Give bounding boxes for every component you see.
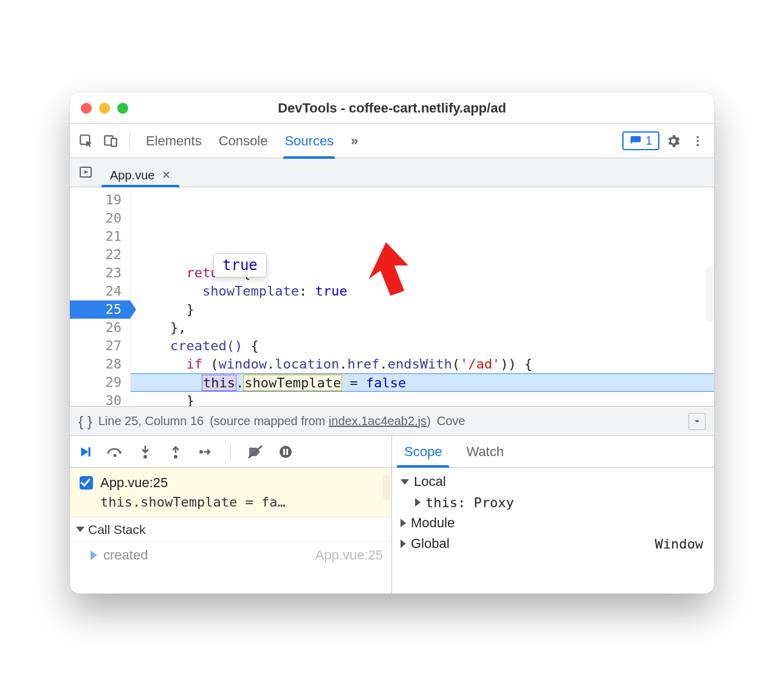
call-stack-title: Call Stack [88,522,146,537]
svg-point-4 [696,140,699,142]
step-over-icon[interactable] [106,443,123,460]
svg-point-13 [199,450,203,454]
stack-frame-name: created [91,547,148,563]
pretty-print-icon[interactable]: { } [78,413,92,430]
tab-elements[interactable]: Elements [146,124,202,158]
step-out-icon[interactable] [167,443,184,460]
coverage-toggle-icon[interactable] [689,413,706,430]
svg-rect-17 [286,449,288,455]
svg-rect-2 [111,138,117,146]
cursor-position: Line 25, Column 16 [98,414,204,428]
close-window-button[interactable] [81,103,92,114]
toolbar-right: 1 [622,131,708,151]
zoom-window-button[interactable] [117,103,128,114]
scope-tab-list: Scope Watch [392,436,714,468]
status-trailing: Cove [437,414,466,428]
minimize-window-button[interactable] [99,103,110,114]
svg-point-15 [280,446,292,458]
disclosure-triangle-icon [401,519,406,527]
editor-scrollbar[interactable] [706,266,713,321]
paused-code-snippet: this.showTemplate = fa… [100,494,382,510]
disclosure-triangle-icon [415,498,421,507]
issues-count: 1 [645,134,652,148]
settings-gear-icon[interactable] [663,131,684,151]
editor-status-bar: { } Line 25, Column 16 (source mapped fr… [70,406,714,435]
pause-on-exceptions-icon[interactable] [277,443,294,460]
disclosure-triangle-icon [76,527,84,532]
svg-point-5 [696,144,699,146]
navigator-toggle-icon[interactable] [75,161,97,183]
svg-point-12 [174,455,177,459]
scope-global[interactable]: Global Window [392,533,714,554]
code-editor[interactable]: 192021222324252627282930 true return { s… [70,187,714,406]
svg-marker-7 [84,170,88,174]
kebab-menu-icon[interactable] [687,131,708,151]
tab-sources[interactable]: Sources [284,124,334,158]
devtools-window: DevTools - coffee-cart.netlify.app/ad El… [70,92,714,594]
file-tab[interactable]: App.vue ✕ [101,163,179,187]
disclosure-triangle-icon [401,479,409,485]
svg-point-10 [114,454,117,457]
svg-point-11 [143,455,147,459]
main-toolbar: Elements Console Sources » 1 [70,124,714,158]
issues-badge[interactable]: 1 [622,131,659,150]
inspect-element-icon[interactable] [76,131,97,151]
file-tab-bar: App.vue ✕ [70,158,714,187]
tab-watch[interactable]: Watch [454,436,516,467]
titlebar: DevTools - coffee-cart.netlify.app/ad [70,92,714,124]
device-toggle-icon[interactable] [100,131,121,151]
paused-location: App.vue:25 this.showTemplate = fa… [70,468,391,518]
source-map-link[interactable]: index.1ac4eab2.js [329,414,427,428]
svg-rect-16 [283,449,285,455]
window-controls [81,103,128,114]
window-title: DevTools - coffee-cart.netlify.app/ad [70,100,714,116]
toolbar-separator [129,133,130,150]
step-icon[interactable] [198,443,215,460]
line-number-gutter[interactable]: 192021222324252627282930 [70,187,131,406]
breakpoint-checkbox[interactable] [80,476,93,490]
svg-rect-9 [89,447,91,456]
stack-frame-location: App.vue:25 [315,547,383,563]
file-tab-name: App.vue [110,168,154,182]
paused-file[interactable]: App.vue:25 [100,475,168,491]
tab-console[interactable]: Console [219,124,268,158]
annotation-arrow-icon [278,212,418,325]
debugger-right: Scope Watch Local this: Proxy Module [392,436,714,594]
file-tab-close-icon[interactable]: ✕ [162,168,171,182]
stack-frame[interactable]: created App.vue:25 [70,542,391,569]
tab-overflow-button[interactable]: » [351,124,358,158]
call-stack-header[interactable]: Call Stack [70,518,391,542]
panel-tab-list: Elements Console Sources » [146,124,358,158]
scope-local[interactable]: Local [392,471,714,492]
code-area[interactable]: true return { showTemplate: true } }, cr… [131,187,714,406]
toolbar-separator [230,444,231,460]
scope-tree[interactable]: Local this: Proxy Module Global Window [392,468,714,594]
tab-scope[interactable]: Scope [392,436,454,467]
left-scrollbar[interactable] [383,475,390,501]
deactivate-breakpoints-icon[interactable] [247,443,264,460]
scope-module[interactable]: Module [392,513,714,533]
step-into-icon[interactable] [137,443,154,460]
hover-value-tooltip: true [213,253,267,277]
debugger-toolbar [70,436,391,468]
svg-point-3 [696,136,699,138]
svg-marker-8 [695,420,700,423]
disclosure-triangle-icon [401,539,406,548]
debugger-left: App.vue:25 this.showTemplate = fa… Call … [70,436,392,594]
source-map-info: (source mapped from index.1ac4eab2.js) [210,414,431,428]
debugger-pane: App.vue:25 this.showTemplate = fa… Call … [70,435,714,594]
scope-this[interactable]: this: Proxy [392,492,714,513]
resume-icon[interactable] [76,443,93,460]
